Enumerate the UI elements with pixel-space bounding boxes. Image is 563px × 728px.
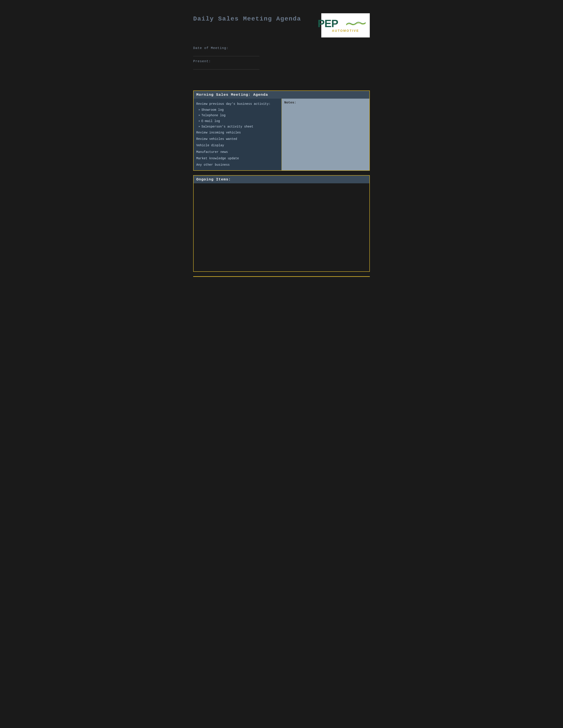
sub-item-salesperson-label: Salesperson's activity sheet: [201, 124, 253, 129]
ongoing-body-row: [193, 183, 370, 272]
sub-item-email: » E-mail log: [196, 118, 279, 124]
main-item-wanted: Review vehicles wanted: [196, 136, 279, 142]
logo-wave-icon: [338, 21, 374, 26]
logo-box: PEP AUTOMOTIVE: [321, 13, 370, 38]
bullet-icon: »: [198, 108, 200, 113]
date-section: Date of Meeting:: [193, 46, 370, 56]
ongoing-header-row: Ongoing Items:: [193, 175, 370, 183]
agenda-intro: Review previous day's business activity:: [196, 101, 279, 107]
page-container: Daily Sales Meeting Agenda PEP AUTOMOTIV…: [182, 4, 381, 724]
ongoing-items-table: Ongoing Items:: [193, 175, 370, 272]
sub-item-telephone-label: Telephone log: [201, 113, 225, 118]
main-item-other: Any other business: [196, 162, 279, 168]
sub-item-telephone: » Telephone log: [196, 113, 279, 118]
main-item-display: Vehicle display: [196, 142, 279, 149]
date-label: Date of Meeting:: [193, 46, 370, 50]
bullet-icon: »: [198, 124, 200, 129]
morning-header-row: Morning Sales Meeting: Agenda: [193, 91, 370, 99]
notes-cell: Notes:: [282, 99, 370, 171]
bullet-icon: »: [198, 119, 200, 124]
present-value-line: [193, 65, 259, 69]
sub-item-email-label: E-mail log: [201, 118, 220, 124]
spacer: [193, 73, 370, 90]
page-header: Daily Sales Meeting Agenda PEP AUTOMOTIV…: [193, 13, 370, 38]
main-item-manufacturer: Manufacturer news: [196, 149, 279, 155]
morning-meeting-table: Morning Sales Meeting: Agenda Review pre…: [193, 90, 370, 171]
bottom-border: [193, 276, 370, 277]
title-area: Daily Sales Meeting Agenda: [193, 13, 301, 22]
sub-item-showroom-label: Showroom log: [201, 107, 224, 113]
notes-label: Notes:: [285, 101, 296, 105]
agenda-cell: Review previous day's business activity:…: [193, 99, 282, 171]
sub-item-showroom: » Showroom log: [196, 107, 279, 113]
ongoing-header-cell: Ongoing Items:: [193, 175, 370, 183]
present-section: Present:: [193, 60, 370, 69]
date-value-line: [193, 52, 259, 56]
main-item-market: Market knowledge update: [196, 155, 279, 162]
morning-body-row: Review previous day's business activity:…: [193, 99, 370, 171]
bullet-icon: »: [198, 113, 200, 118]
ongoing-body-cell: [193, 183, 370, 272]
page-title: Daily Sales Meeting Agenda: [193, 15, 301, 22]
sub-item-salesperson: » Salesperson's activity sheet: [196, 124, 279, 129]
main-item-incoming: Review incoming vehicles: [196, 129, 279, 136]
morning-header-cell: Morning Sales Meeting: Agenda: [193, 91, 370, 99]
logo-pep-text: PEP: [318, 18, 338, 29]
present-label: Present:: [193, 60, 370, 63]
logo-automotive-text: AUTOMOTIVE: [332, 29, 359, 32]
